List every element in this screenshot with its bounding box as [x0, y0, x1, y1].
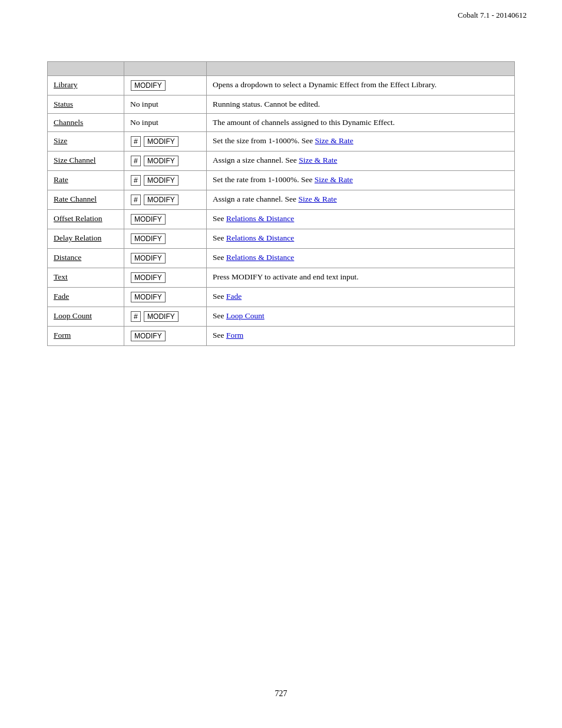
row-control-cell: MODIFY	[124, 268, 207, 288]
desc-link[interactable]: Relations & Distance	[226, 214, 294, 223]
row-name-label: Library	[54, 80, 77, 89]
table-header-row	[48, 62, 515, 76]
modify-button[interactable]: MODIFY	[131, 331, 166, 341]
desc-link[interactable]: Relations & Distance	[226, 233, 294, 242]
row-desc-cell: See Fade	[207, 288, 515, 307]
desc-link[interactable]: Fade	[226, 292, 242, 301]
row-control-cell: # MODIFY	[124, 190, 207, 210]
page-number: 727	[275, 689, 287, 698]
row-name-label: Offset Relation	[54, 214, 103, 223]
row-control-cell: No input	[124, 114, 207, 132]
modify-button[interactable]: MODIFY	[131, 233, 166, 244]
table-row: DistanceMODIFYSee Relations & Distance	[48, 249, 515, 268]
page-footer: 727	[0, 689, 562, 699]
table-row: ChannelsNo inputThe amount of channels a…	[48, 114, 515, 132]
row-control-cell: MODIFY	[124, 229, 207, 249]
row-desc-cell: See Relations & Distance	[207, 249, 515, 268]
row-name-cell: Library	[48, 76, 124, 95]
row-desc-cell: Assign a rate channel. See Size & Rate	[207, 190, 515, 210]
row-name-cell: Text	[48, 268, 124, 288]
row-name-cell: Delay Relation	[48, 229, 124, 249]
desc-link[interactable]: Loop Count	[226, 311, 265, 320]
modify-button[interactable]: MODIFY	[131, 253, 166, 263]
desc-link[interactable]: Relations & Distance	[226, 253, 294, 262]
table-row: FadeMODIFYSee Fade	[48, 288, 515, 307]
modify-button[interactable]: MODIFY	[131, 214, 166, 225]
modify-button[interactable]: MODIFY	[131, 80, 166, 91]
table-row: Rate Channel# MODIFYAssign a rate channe…	[48, 190, 515, 210]
desc-link[interactable]: Size & Rate	[299, 156, 337, 164]
row-name-label: Channels	[54, 118, 83, 127]
row-name-cell: Rate Channel	[48, 190, 124, 210]
row-name-cell: Size Channel	[48, 151, 124, 171]
row-name-cell: Offset Relation	[48, 210, 124, 229]
row-desc-cell: Set the size from 1-1000%. See Size & Ra…	[207, 132, 515, 151]
table-row: Size Channel# MODIFYAssign a size channe…	[48, 151, 515, 171]
table-row: Offset RelationMODIFYSee Relations & Dis…	[48, 210, 515, 229]
row-desc-cell: The amount of channels assigned to this …	[207, 114, 515, 132]
row-desc-cell: See Relations & Distance	[207, 229, 515, 249]
hash-button[interactable]: #	[131, 195, 141, 205]
row-name-label: Fade	[54, 292, 69, 301]
row-desc-cell: See Loop Count	[207, 307, 515, 327]
row-name-cell: Form	[48, 327, 124, 346]
row-control-cell: # MODIFY	[124, 151, 207, 171]
row-control-cell: # MODIFY	[124, 132, 207, 151]
modify-button[interactable]: MODIFY	[144, 136, 178, 147]
modify-button[interactable]: MODIFY	[144, 311, 178, 322]
modify-button[interactable]: MODIFY	[131, 292, 166, 302]
row-name-cell: Channels	[48, 114, 124, 132]
row-name-cell: Status	[48, 95, 124, 114]
row-name-label: Rate	[54, 175, 68, 184]
hash-button[interactable]: #	[131, 136, 141, 147]
row-desc-cell: Press MODIFY to activate and end text in…	[207, 268, 515, 288]
desc-link[interactable]: Size & Rate	[315, 136, 353, 145]
modify-button[interactable]: MODIFY	[144, 195, 178, 205]
row-name-label: Text	[54, 272, 68, 281]
modify-button[interactable]: MODIFY	[144, 156, 178, 166]
table-row: Size# MODIFYSet the size from 1-1000%. S…	[48, 132, 515, 151]
row-name-label: Size Channel	[54, 156, 96, 164]
table-row: Delay RelationMODIFYSee Relations & Dist…	[48, 229, 515, 249]
table-row: LibraryMODIFYOpens a dropdown to select …	[48, 76, 515, 95]
modify-button[interactable]: MODIFY	[144, 175, 178, 186]
col-header-desc	[207, 62, 515, 76]
row-name-cell: Loop Count	[48, 307, 124, 327]
row-name-label: Status	[54, 100, 73, 108]
row-name-label: Delay Relation	[54, 233, 101, 242]
row-name-cell: Fade	[48, 288, 124, 307]
row-name-label: Distance	[54, 253, 81, 262]
table-row: StatusNo inputRunning status. Cannot be …	[48, 95, 515, 114]
row-control-cell: # MODIFY	[124, 307, 207, 327]
row-desc-cell: Set the rate from 1-1000%. See Size & Ra…	[207, 171, 515, 190]
main-content: LibraryMODIFYOpens a dropdown to select …	[0, 20, 562, 370]
row-name-cell: Rate	[48, 171, 124, 190]
row-control-cell: # MODIFY	[124, 171, 207, 190]
hash-button[interactable]: #	[131, 156, 141, 166]
row-desc-cell: Assign a size channel. See Size & Rate	[207, 151, 515, 171]
row-name-cell: Size	[48, 132, 124, 151]
desc-link[interactable]: Size & Rate	[315, 175, 353, 184]
table-row: FormMODIFYSee Form	[48, 327, 515, 346]
header-title: Cobalt 7.1 - 20140612	[458, 11, 527, 19]
modify-button[interactable]: MODIFY	[131, 272, 166, 283]
row-name-cell: Distance	[48, 249, 124, 268]
table-row: TextMODIFYPress MODIFY to activate and e…	[48, 268, 515, 288]
hash-button[interactable]: #	[131, 175, 141, 186]
row-control-cell: MODIFY	[124, 76, 207, 95]
hash-button[interactable]: #	[131, 311, 141, 322]
row-name-label: Rate Channel	[54, 195, 97, 203]
row-control-cell: MODIFY	[124, 288, 207, 307]
row-desc-cell: See Relations & Distance	[207, 210, 515, 229]
row-desc-cell: Opens a dropdown to select a Dynamic Eff…	[207, 76, 515, 95]
properties-table: LibraryMODIFYOpens a dropdown to select …	[47, 61, 515, 346]
desc-link[interactable]: Form	[226, 331, 243, 340]
page-header: Cobalt 7.1 - 20140612	[0, 0, 562, 20]
col-header-name	[48, 62, 124, 76]
row-desc-cell: Running status. Cannot be edited.	[207, 95, 515, 114]
row-control-cell: No input	[124, 95, 207, 114]
row-name-label: Form	[54, 331, 71, 340]
desc-link[interactable]: Size & Rate	[298, 195, 336, 203]
row-name-label: Size	[54, 136, 67, 145]
table-row: Rate# MODIFYSet the rate from 1-1000%. S…	[48, 171, 515, 190]
